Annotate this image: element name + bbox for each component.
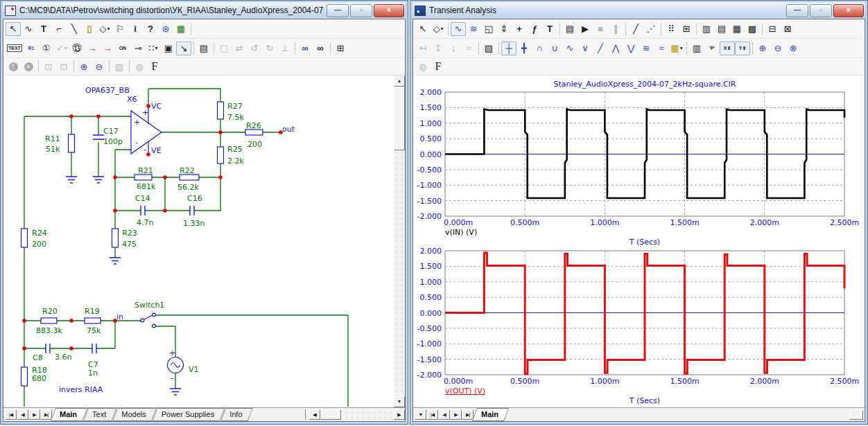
info-mode-button[interactable]: ! bbox=[6, 60, 21, 73]
capacitor-c7[interactable] bbox=[92, 344, 96, 353]
image-button[interactable]: ▨ bbox=[112, 60, 127, 73]
line-tool[interactable]: ╲ bbox=[67, 22, 82, 36]
resistor-r24[interactable] bbox=[21, 229, 28, 247]
stretch-button[interactable]: ⇄ bbox=[232, 42, 247, 55]
curve-step-button[interactable]: ≈ bbox=[461, 42, 476, 55]
schematic-vertical-scrollbar[interactable]: ▲ ▼ bbox=[394, 76, 405, 407]
cross-hair-toggle[interactable]: ↘ bbox=[176, 42, 191, 55]
copy-picture-button[interactable]: ⊡ bbox=[41, 60, 56, 73]
low-button[interactable]: ∨ bbox=[578, 42, 593, 55]
graph-select-mode[interactable]: ∿ bbox=[451, 22, 466, 36]
capacitor-c14[interactable] bbox=[141, 206, 145, 215]
hscroll-thumb[interactable] bbox=[320, 409, 341, 420]
minimize-button[interactable]: — bbox=[786, 4, 808, 17]
analysis-titlebar[interactable]: Transient Analysis — ▫ × bbox=[413, 2, 865, 19]
restore-button[interactable]: ▫ bbox=[810, 4, 832, 17]
close-button[interactable]: × bbox=[833, 4, 864, 17]
clear-errors-button[interactable]: × bbox=[21, 60, 36, 73]
pin-connections-toggle[interactable]: ⑬ bbox=[69, 42, 85, 55]
line-mode-button[interactable]: ╱ bbox=[628, 22, 643, 36]
scroll-down-button[interactable]: ▼ bbox=[394, 396, 405, 407]
wire-mode-tool[interactable]: ∿ bbox=[21, 22, 36, 36]
schematic-canvas[interactable]: OPA637_BBX6VCVE+-+-R1151kC17100pR277.5kR… bbox=[3, 76, 394, 407]
waveform-buffer-mode[interactable]: ≋ bbox=[466, 22, 481, 36]
dropdown-arrow-icon[interactable]: ▾ bbox=[440, 26, 443, 32]
minimize-button[interactable]: — bbox=[327, 4, 349, 17]
pause-button[interactable]: ∥ bbox=[608, 22, 623, 36]
find-component-button[interactable]: ∞ bbox=[297, 42, 313, 55]
dropdown-arrow-icon[interactable]: ▾ bbox=[155, 45, 158, 51]
text-visibility-toggle[interactable]: TEXT bbox=[6, 42, 24, 55]
resistor-r27[interactable] bbox=[218, 102, 224, 119]
zoom-out-button[interactable]: ⊖ bbox=[92, 60, 107, 73]
resistor-r26[interactable] bbox=[245, 130, 263, 135]
valley-button[interactable]: ∪ bbox=[547, 42, 562, 55]
page-list-button[interactable]: ▼ bbox=[415, 409, 426, 420]
y-axis-settings-button[interactable]: Y⇕ bbox=[735, 42, 750, 55]
envelope-top-button[interactable]: ≋ bbox=[639, 42, 654, 55]
window-split-button[interactable]: ⊞ bbox=[333, 42, 348, 55]
value-tag-mode[interactable]: ⇕ bbox=[496, 22, 512, 36]
global-low-button[interactable]: ⋁ bbox=[623, 42, 639, 55]
attribute-visibility-toggle[interactable]: R1 bbox=[24, 42, 39, 55]
normalize-button[interactable]: ▧ bbox=[481, 42, 496, 55]
properties-button[interactable]: ▤ bbox=[196, 42, 211, 55]
power-arrows-toggle[interactable]: → bbox=[100, 42, 115, 55]
scroll-left-button[interactable]: ◀ bbox=[309, 409, 320, 420]
mc-file-button[interactable]: ▦ bbox=[173, 22, 189, 36]
slope-button[interactable]: ⊠ bbox=[780, 22, 795, 36]
ortho-wire-tool[interactable]: ⌐ bbox=[51, 22, 67, 36]
first-page-button[interactable]: |◀ bbox=[5, 409, 17, 420]
last-value-toggle[interactable]: ⊸ bbox=[130, 42, 146, 55]
baseline-grid-toggle[interactable]: ▩ bbox=[745, 22, 760, 36]
tab-splitter[interactable] bbox=[305, 409, 308, 420]
resistor-r19[interactable] bbox=[85, 318, 101, 323]
default-component-tool[interactable]: ▯ bbox=[82, 22, 97, 36]
trace-label[interactable]: v(IN) (V) bbox=[445, 228, 477, 237]
resistor-r18[interactable] bbox=[21, 367, 28, 386]
select-tool[interactable]: ↖ bbox=[6, 22, 21, 36]
font-button[interactable]: F bbox=[147, 60, 162, 73]
info-button[interactable]: i bbox=[128, 22, 143, 36]
envelope-bottom-button[interactable]: ≈ bbox=[654, 42, 669, 55]
peak-button[interactable]: ∩ bbox=[532, 42, 547, 55]
device-state-toggle[interactable]: ON bbox=[115, 42, 130, 55]
left-cursor-button[interactable]: ┼ bbox=[501, 42, 517, 55]
dropdown-arrow-icon[interactable]: ▾ bbox=[107, 26, 110, 32]
numeric-output-button[interactable]: ▥ bbox=[689, 42, 704, 55]
tab-main[interactable]: Main bbox=[472, 408, 509, 421]
tab-power-supplies[interactable]: Power Supplies bbox=[153, 408, 225, 421]
zoom-in-button[interactable]: ⊕ bbox=[755, 42, 770, 55]
flag-tool[interactable]: ⚐ bbox=[112, 22, 128, 36]
globe-button[interactable]: ◍ bbox=[132, 60, 147, 73]
help-mode-button[interactable]: ? bbox=[143, 22, 158, 36]
go-to-x-button[interactable]: ▦▾ bbox=[669, 42, 684, 55]
first-page-button[interactable]: |◀ bbox=[426, 409, 438, 420]
next-branch-button[interactable]: ↧ bbox=[431, 42, 446, 55]
rotate-cw-button[interactable]: ↻ bbox=[262, 42, 277, 55]
text-tool[interactable]: T bbox=[36, 22, 51, 36]
scroll-up-button[interactable]: ▲ bbox=[394, 76, 405, 87]
stop-button[interactable]: ■ bbox=[593, 22, 608, 36]
next-page-button[interactable]: ▶ bbox=[28, 409, 40, 420]
select-region-button[interactable]: ▢ bbox=[216, 42, 232, 55]
right-cursor-button[interactable]: ╋ bbox=[517, 42, 532, 55]
tab-info[interactable]: Info bbox=[220, 408, 252, 421]
next-simulation-button[interactable]: ↤ bbox=[415, 42, 431, 55]
component-menu[interactable]: ◇▾ bbox=[97, 22, 112, 36]
resistor-r25[interactable] bbox=[218, 147, 224, 163]
globe-button[interactable]: ◍ bbox=[415, 60, 431, 73]
node-voltages-toggle[interactable]: ✓▾ bbox=[54, 42, 69, 55]
rotate-ccw-button[interactable]: ↺ bbox=[247, 42, 262, 55]
minor-log-grid-toggle[interactable]: ▦ bbox=[729, 22, 745, 36]
font-button[interactable]: F bbox=[431, 60, 446, 73]
grid-toggle[interactable]: ∷▾ bbox=[146, 42, 161, 55]
source-v1[interactable] bbox=[168, 357, 184, 373]
border-toggle[interactable]: ▣ bbox=[161, 42, 176, 55]
run-button[interactable]: ▶ bbox=[578, 22, 593, 36]
component-menu[interactable]: ◇▾ bbox=[431, 22, 446, 36]
scale-mode[interactable]: ◱ bbox=[481, 22, 496, 36]
inflection-button[interactable]: ╱ bbox=[593, 42, 608, 55]
data-points-toggle[interactable]: ⠿ bbox=[663, 22, 679, 36]
web-button[interactable]: ⊛ bbox=[158, 22, 173, 36]
